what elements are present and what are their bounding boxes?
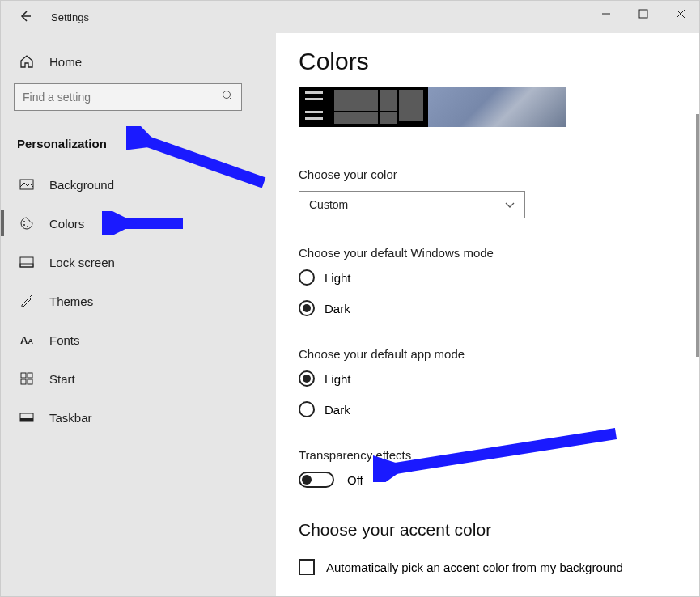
radio-icon [299, 300, 315, 316]
sidebar-item-themes[interactable]: Themes [14, 282, 263, 320]
app-title: Settings [51, 11, 89, 23]
choose-color-dropdown[interactable]: Custom [299, 191, 525, 218]
windows-mode-light-radio[interactable]: Light [299, 269, 680, 286]
sidebar-item-home[interactable]: Home [14, 48, 263, 83]
preview-tiles [299, 87, 428, 127]
dropdown-value: Custom [309, 198, 348, 211]
radio-label: Light [325, 271, 351, 285]
nav-label: Background [49, 178, 114, 192]
maximize-button[interactable] [625, 1, 662, 27]
sidebar-item-taskbar[interactable]: Taskbar [14, 398, 263, 437]
lockscreen-icon [19, 256, 35, 268]
scrollbar[interactable] [696, 114, 699, 357]
app-mode-light-radio[interactable]: Light [299, 370, 680, 387]
nav-label: Taskbar [49, 411, 92, 425]
radio-label: Dark [325, 302, 350, 315]
themes-icon [19, 294, 35, 308]
taskbar-icon [19, 413, 35, 422]
sidebar-item-colors[interactable]: Colors [14, 204, 263, 243]
start-icon [19, 372, 35, 385]
titlebar: Settings [1, 1, 699, 33]
transparency-toggle[interactable] [299, 472, 334, 488]
nav-label: Lock screen [49, 256, 115, 269]
accent-auto-checkbox-row[interactable]: Automatically pick an accent color from … [299, 559, 680, 575]
minimize-button[interactable] [588, 1, 625, 27]
nav-label: Colors [49, 217, 84, 231]
fonts-icon: AA [19, 334, 35, 346]
palette-icon [19, 216, 35, 231]
home-label: Home [49, 55, 82, 69]
sidebar-item-fonts[interactable]: AA Fonts [14, 320, 263, 359]
search-placeholder: Find a setting [23, 91, 222, 104]
sidebar-item-background[interactable]: Background [14, 165, 263, 204]
svg-rect-13 [20, 418, 33, 421]
windows-mode-dark-radio[interactable]: Dark [299, 300, 680, 316]
preview-image [428, 87, 566, 127]
radio-icon [299, 401, 315, 417]
svg-rect-11 [28, 379, 32, 384]
svg-rect-0 [639, 10, 647, 18]
transparency-label: Transparency effects [299, 448, 680, 462]
home-icon [19, 54, 35, 69]
choose-color-label: Choose your color [299, 167, 680, 181]
radio-label: Light [325, 372, 351, 386]
accent-heading: Choose your accent color [299, 520, 680, 540]
svg-rect-6 [20, 257, 33, 267]
nav-label: Themes [49, 294, 93, 308]
nav-label: Start [49, 372, 75, 386]
checkbox-label: Automatically pick an accent color from … [326, 561, 623, 574]
toggle-state: Off [347, 473, 363, 487]
search-icon [222, 90, 233, 104]
svg-rect-7 [20, 264, 33, 267]
checkbox-icon [299, 559, 315, 575]
svg-rect-8 [21, 373, 26, 378]
radio-icon [299, 370, 315, 387]
titlebar-left: Settings [1, 1, 276, 33]
svg-rect-9 [28, 373, 32, 378]
windows-mode-label: Choose your default Windows mode [299, 246, 680, 260]
sidebar: Home Find a setting Personalization Back… [1, 33, 276, 596]
svg-point-1 [223, 91, 231, 99]
chevron-down-icon [505, 198, 515, 211]
picture-icon [19, 179, 35, 190]
close-button[interactable] [662, 1, 699, 27]
window-controls [588, 1, 699, 33]
sidebar-category: Personalization [14, 130, 263, 165]
app-mode-label: Choose your default app mode [299, 347, 680, 361]
back-icon[interactable] [19, 10, 32, 25]
sidebar-item-lockscreen[interactable]: Lock screen [14, 243, 263, 282]
svg-point-3 [23, 221, 25, 222]
main-panel: Colors Choose your color Custom Choose y… [276, 33, 699, 596]
radio-icon [299, 269, 315, 286]
nav-label: Fonts [49, 333, 80, 347]
radio-label: Dark [325, 403, 350, 417]
search-input[interactable]: Find a setting [14, 83, 242, 111]
svg-rect-10 [21, 379, 26, 384]
svg-point-4 [23, 224, 25, 226]
preview-strip [299, 87, 566, 127]
app-mode-dark-radio[interactable]: Dark [299, 401, 680, 417]
svg-point-5 [27, 226, 28, 227]
sidebar-item-start[interactable]: Start [14, 359, 263, 398]
page-title: Colors [299, 48, 680, 75]
